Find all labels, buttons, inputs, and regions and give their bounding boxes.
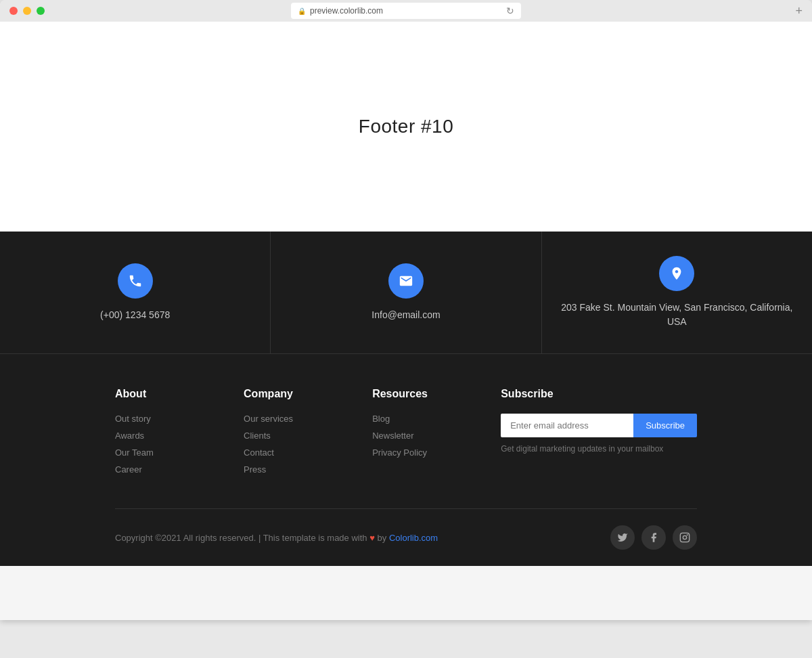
url-text: preview.colorlib.com xyxy=(310,6,383,16)
contact-bar: (+00) 1234 5678 Info@email.com 203 Fake … xyxy=(0,232,812,354)
email-text: Info@email.com xyxy=(371,308,440,322)
about-title: About xyxy=(115,388,203,400)
email-icon-circle xyxy=(388,263,424,299)
browser-window: 🔒 preview.colorlib.com ↻ + Footer #10 (+… xyxy=(0,0,812,620)
address-text: 203 Fake St. Mountain View, San Francisc… xyxy=(556,301,798,329)
close-button[interactable] xyxy=(9,7,18,15)
phone-contact-item: (+00) 1234 5678 xyxy=(0,232,271,353)
facebook-icon[interactable] xyxy=(641,525,666,550)
svg-point-1 xyxy=(683,535,686,539)
footer-company-column: Company Our services Clients Contact Pre… xyxy=(244,388,332,481)
phone-icon xyxy=(128,273,143,288)
twitter-icon[interactable] xyxy=(610,525,635,550)
heart-icon: ♥ xyxy=(369,533,375,543)
minimize-button[interactable] xyxy=(23,7,31,15)
company-link-clients[interactable]: Clients xyxy=(244,431,332,441)
footer-subscribe-column: Subscribe Subscribe Get digital marketin… xyxy=(501,388,697,481)
maximize-button[interactable] xyxy=(37,7,45,15)
company-title: Company xyxy=(244,388,332,400)
about-link-ourteam[interactable]: Our Team xyxy=(115,447,203,458)
copyright-main: Copyright ©2021 All rights reserved. | T… xyxy=(115,533,367,543)
browser-titlebar: 🔒 preview.colorlib.com ↻ + xyxy=(0,0,812,22)
footer-about-column: About Out story Awards Our Team Career xyxy=(115,388,203,481)
subscribe-title: Subscribe xyxy=(501,388,697,400)
page-content-area: Footer #10 xyxy=(0,22,812,232)
resources-link-blog[interactable]: Blog xyxy=(372,414,460,424)
about-link-awards[interactable]: Awards xyxy=(115,431,203,441)
subscribe-button[interactable]: Subscribe xyxy=(633,414,697,437)
company-link-contact[interactable]: Contact xyxy=(244,447,332,458)
instagram-icon[interactable] xyxy=(673,525,697,550)
email-icon xyxy=(399,273,413,288)
email-contact-item: Info@email.com xyxy=(271,232,541,353)
svg-rect-0 xyxy=(680,533,689,542)
resources-link-privacy[interactable]: Privacy Policy xyxy=(372,447,460,458)
new-tab-button[interactable]: + xyxy=(795,7,803,15)
subscribe-hint: Get digital marketing updates in your ma… xyxy=(501,444,697,454)
social-icons-group xyxy=(610,525,697,550)
footer-resources-column: Resources Blog Newsletter Privacy Policy xyxy=(372,388,460,481)
by-text: by xyxy=(378,533,387,543)
page-title: Footer #10 xyxy=(359,116,453,137)
about-link-ourstory[interactable]: Out story xyxy=(115,414,203,424)
address-bar[interactable]: 🔒 preview.colorlib.com ↻ xyxy=(291,3,521,19)
subscribe-form: Subscribe xyxy=(501,414,697,437)
address-contact-item: 203 Fake St. Mountain View, San Francisc… xyxy=(542,232,812,353)
page-bottom-white xyxy=(0,566,812,620)
svg-point-2 xyxy=(687,534,688,535)
footer-bottom: Copyright ©2021 All rights reserved. | T… xyxy=(0,509,812,566)
copyright-text: Copyright ©2021 All rights reserved. | T… xyxy=(115,533,438,543)
phone-icon-circle xyxy=(118,263,153,299)
footer-links-section: About Out story Awards Our Team Career C… xyxy=(0,354,812,508)
company-link-ourservices[interactable]: Our services xyxy=(244,414,332,424)
address-icon-circle xyxy=(659,256,694,291)
about-link-career[interactable]: Career xyxy=(115,464,203,475)
company-link-press[interactable]: Press xyxy=(244,464,332,475)
resources-title: Resources xyxy=(372,388,460,400)
resources-link-newsletter[interactable]: Newsletter xyxy=(372,431,460,441)
lock-icon: 🔒 xyxy=(298,7,306,15)
location-icon xyxy=(669,266,684,281)
email-input[interactable] xyxy=(501,414,633,437)
colorlib-link[interactable]: Colorlib.com xyxy=(389,533,438,543)
phone-text: (+00) 1234 5678 xyxy=(100,308,170,322)
refresh-icon[interactable]: ↻ xyxy=(506,5,514,16)
footer: (+00) 1234 5678 Info@email.com 203 Fake … xyxy=(0,232,812,566)
